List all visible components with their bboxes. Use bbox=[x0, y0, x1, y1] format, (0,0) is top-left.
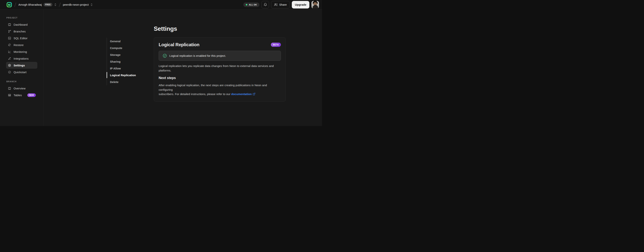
sidebar-item-label: Monitoring bbox=[14, 50, 27, 54]
new-badge: NEW bbox=[27, 93, 36, 97]
sidebar-item-settings[interactable]: Settings bbox=[6, 62, 37, 69]
sidebar: PROJECT Dashboard Branches bbox=[0, 10, 44, 126]
share-button[interactable]: Share bbox=[271, 1, 290, 8]
header-actions: ALL OK bbox=[243, 1, 319, 8]
project-selector[interactable]: peerdb-neon-project bbox=[63, 3, 93, 6]
bell-icon bbox=[264, 3, 267, 6]
check-circle-icon bbox=[162, 54, 167, 58]
sidebar-item-tables[interactable]: Tables NEW bbox=[6, 92, 37, 98]
sidebar-item-label: Dashboard bbox=[14, 23, 28, 26]
sidebar-item-label: Integrations bbox=[14, 57, 29, 60]
subnav-item-storage[interactable]: Storage bbox=[107, 51, 137, 58]
sidebar-item-dashboard[interactable]: Dashboard bbox=[6, 21, 37, 28]
terminal-icon bbox=[8, 36, 11, 40]
swap-arrows-icon bbox=[8, 57, 11, 60]
top-header: Amogh Bharadwaj FREE peerdb-neon-project bbox=[0, 0, 322, 10]
alert-text: Logical replication is enabled for this … bbox=[170, 54, 226, 57]
card-description: Logical replication lets you replicate d… bbox=[159, 64, 281, 72]
sidebar-item-label: Tables bbox=[14, 94, 22, 97]
status-dot-icon bbox=[246, 4, 247, 6]
users-icon bbox=[274, 3, 278, 6]
sidebar-item-label: Quickstart bbox=[14, 70, 26, 74]
settings-subnav: General Compute Storage Sharing IP Allow… bbox=[106, 38, 137, 85]
subnav-item-compute[interactable]: Compute bbox=[107, 44, 137, 51]
window-icon bbox=[8, 87, 11, 90]
sidebar-item-quickstart[interactable]: Quickstart bbox=[6, 69, 37, 76]
chevron-up-down-icon bbox=[54, 3, 56, 6]
logical-replication-card: Logical Replication BETA Logical replica… bbox=[154, 37, 286, 102]
card-title: Logical Replication bbox=[159, 42, 200, 47]
upgrade-button[interactable]: Upgrade bbox=[292, 1, 309, 8]
sidebar-item-label: Overview bbox=[14, 87, 26, 90]
org-selector[interactable]: Amogh Bharadwaj FREE bbox=[18, 3, 56, 6]
history-clock-icon bbox=[8, 44, 11, 46]
subnav-item-delete[interactable]: Delete bbox=[107, 78, 137, 85]
sidebar-item-sql-editor[interactable]: SQL Editor bbox=[6, 35, 37, 42]
next-steps-title: Next steps bbox=[159, 76, 281, 80]
table-icon bbox=[8, 94, 11, 97]
sidebar-section-project: PROJECT bbox=[6, 16, 43, 19]
sidebar-item-label: Branches bbox=[14, 30, 26, 33]
beta-badge: BETA bbox=[271, 43, 281, 47]
status-badge[interactable]: ALL OK bbox=[243, 2, 259, 7]
sidebar-item-overview[interactable]: Overview bbox=[6, 85, 37, 92]
neon-logo-icon[interactable] bbox=[6, 2, 12, 8]
sidebar-item-integrations[interactable]: Integrations bbox=[6, 55, 37, 62]
next-steps-text: After enabling logical replication, the … bbox=[159, 83, 281, 97]
success-alert: Logical replication is enabled for this … bbox=[159, 51, 281, 61]
documentation-link[interactable]: documentation bbox=[231, 92, 252, 96]
plan-badge: FREE bbox=[44, 3, 52, 6]
subnav-item-logical-replication[interactable]: Logical Replication bbox=[107, 72, 137, 78]
chart-curve-icon bbox=[8, 50, 11, 54]
sidebar-item-label: Settings bbox=[14, 64, 25, 67]
breadcrumb: Amogh Bharadwaj FREE peerdb-neon-project bbox=[6, 2, 93, 8]
external-link-icon bbox=[252, 92, 256, 97]
sidebar-item-monitoring[interactable]: Monitoring bbox=[6, 48, 37, 55]
sidebar-item-branches[interactable]: Branches bbox=[6, 28, 37, 35]
page-title: Settings bbox=[154, 25, 286, 32]
sidebar-item-restore[interactable]: Restore bbox=[6, 42, 37, 48]
breadcrumb-slash bbox=[59, 2, 61, 7]
sidebar-section-branch: BRANCH bbox=[6, 80, 43, 82]
git-branch-icon bbox=[8, 30, 11, 33]
sidebar-item-label: Restore bbox=[14, 44, 24, 46]
sidebar-item-label: SQL Editor bbox=[14, 36, 28, 40]
window-icon bbox=[8, 23, 11, 26]
main-panel: Settings Logical Replication BETA Logica… bbox=[154, 10, 286, 102]
subnav-item-ip-allow[interactable]: IP Allow bbox=[107, 65, 137, 72]
share-label: Share bbox=[279, 3, 287, 6]
project-name: peerdb-neon-project bbox=[63, 3, 89, 6]
user-avatar[interactable] bbox=[312, 1, 319, 8]
status-text: ALL OK bbox=[249, 4, 257, 6]
neon-console: Amogh Bharadwaj FREE peerdb-neon-project bbox=[0, 0, 322, 126]
check-circle-icon bbox=[8, 70, 11, 74]
subnav-item-sharing[interactable]: Sharing bbox=[107, 58, 137, 65]
notifications-button[interactable] bbox=[262, 1, 269, 8]
chevron-up-down-icon bbox=[90, 3, 93, 6]
org-name: Amogh Bharadwaj bbox=[18, 3, 42, 6]
breadcrumb-slash bbox=[14, 2, 16, 7]
gear-icon bbox=[8, 64, 11, 67]
subnav-item-general[interactable]: General bbox=[107, 38, 137, 44]
